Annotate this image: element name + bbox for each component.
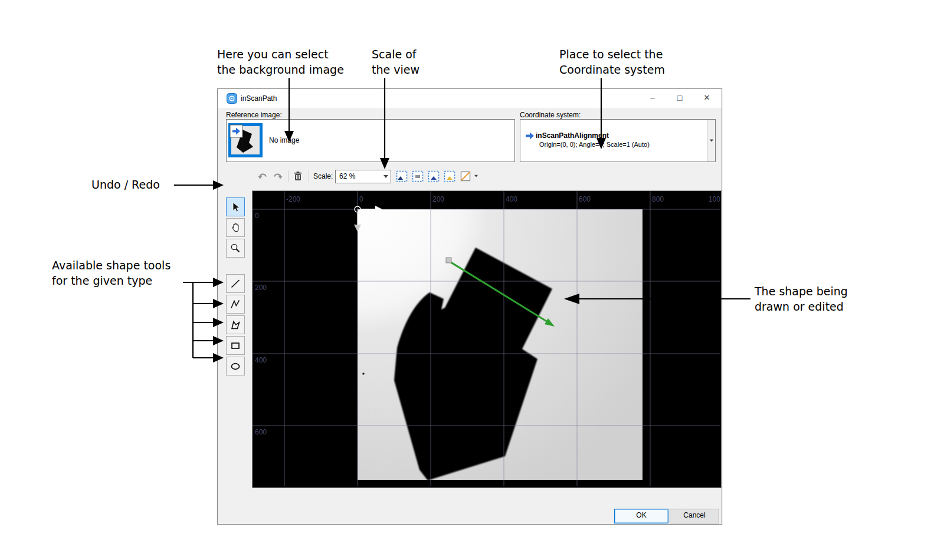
zoom-original-button[interactable] (411, 169, 425, 183)
ellipse-icon (230, 360, 241, 372)
coordinate-system-name: inScanPathAlignment (536, 131, 609, 140)
ok-button[interactable]: OK (614, 509, 668, 523)
svg-text:-200: -200 (286, 195, 300, 203)
polygon-icon (230, 319, 241, 331)
svg-text:0: 0 (255, 212, 259, 220)
delete-button[interactable] (291, 169, 305, 183)
tool-polygon-button[interactable] (226, 315, 245, 334)
reference-image-list[interactable]: No image (226, 119, 515, 162)
scale-label: Scale: (313, 172, 333, 180)
scale-value: 62 % (339, 172, 355, 180)
drawing-canvas[interactable]: -200 0 200 400 600 800 100 0 200 400 600 (252, 190, 722, 488)
coordinate-dropdown-strip[interactable] (707, 120, 715, 162)
svg-text:600: 600 (579, 195, 591, 203)
tool-ellipse-button[interactable] (226, 357, 245, 375)
reference-image-thumbnail[interactable] (228, 123, 263, 157)
close-icon[interactable]: ✕ (698, 89, 716, 107)
zoom-region-icon (444, 170, 455, 182)
tool-select-button[interactable] (226, 197, 245, 216)
svg-text:200: 200 (255, 284, 267, 292)
callout-shape: The shape being drawn or edited (755, 284, 848, 314)
chevron-down-icon (384, 175, 388, 178)
tool-line-button[interactable] (226, 274, 245, 293)
svg-text:200: 200 (432, 195, 444, 203)
tool-pan-button[interactable] (226, 218, 245, 237)
zoom-selection-button[interactable] (427, 169, 441, 183)
redo-button[interactable] (271, 169, 285, 183)
scale-combobox[interactable]: 62 % (335, 170, 391, 183)
no-background-icon (460, 170, 471, 182)
callout-background: Here you can select the background image (217, 47, 344, 77)
rectangle-icon (230, 340, 241, 351)
undo-button[interactable] (255, 169, 270, 183)
line-icon (230, 278, 241, 289)
svg-text:400: 400 (255, 356, 267, 364)
trash-icon (293, 171, 303, 182)
svg-text:800: 800 (652, 195, 664, 203)
hand-icon (230, 222, 241, 233)
view-toolbar: Scale: 62 % (218, 169, 722, 184)
callout-coordinate: Place to select the Coordinate system (559, 47, 665, 77)
svg-text:0: 0 (359, 195, 363, 203)
shape-start-handle[interactable] (446, 258, 451, 263)
background-photo (358, 209, 643, 480)
page: Here you can select the background image… (0, 0, 944, 560)
zoom-fit-icon (396, 170, 408, 182)
reference-item-label: No image (269, 136, 299, 144)
tool-rectangle-button[interactable] (226, 336, 245, 355)
magnifier-icon (230, 242, 241, 254)
undo-icon (257, 171, 268, 182)
title-bar[interactable]: inScanPath – □ ✕ (218, 89, 722, 108)
zoom-region-button[interactable] (442, 169, 457, 183)
maximize-icon[interactable]: □ (671, 89, 689, 107)
photo-speck (362, 373, 365, 375)
tool-zoom-button[interactable] (226, 239, 245, 258)
zoom-fit-button[interactable] (395, 169, 409, 183)
svg-text:100: 100 (709, 195, 720, 203)
callout-scale: Scale of the view (372, 47, 419, 77)
polyline-icon (230, 298, 241, 310)
inscanpath-dialog: inScanPath – □ ✕ Reference image: No ima… (217, 88, 722, 525)
callout-arrow-undo-redo (174, 180, 224, 190)
coordinate-system-details: Origin=(0, 0); Angle=0; Scale=1 (Auto) (539, 141, 650, 148)
app-icon (227, 93, 237, 104)
callout-undo-redo: Undo / Redo (91, 177, 160, 192)
coordinate-system-label: Coordinate system: (520, 111, 581, 119)
svg-text:600: 600 (255, 428, 267, 436)
zoom-original-icon (412, 170, 424, 182)
canvas-scene: -200 0 200 400 600 800 100 0 200 400 600 (253, 191, 720, 486)
cancel-button[interactable]: Cancel (670, 509, 719, 523)
svg-text:400: 400 (506, 195, 517, 203)
reference-image-label: Reference image: (226, 111, 282, 119)
coordinate-arrow-icon (525, 132, 535, 140)
callout-shape-tools: Available shape tools for the given type (52, 258, 171, 288)
background-options-dropdown[interactable] (474, 175, 478, 177)
reference-thumbnail-image (228, 123, 263, 157)
tool-polyline-button[interactable] (226, 295, 245, 314)
chevron-down-icon (709, 140, 713, 142)
coordinate-system-select[interactable]: inScanPathAlignment Origin=(0, 0); Angle… (520, 119, 716, 162)
cursor-icon (230, 201, 241, 213)
zoom-selection-icon (428, 170, 440, 182)
minimize-icon[interactable]: – (644, 89, 661, 107)
window-title: inScanPath (241, 94, 277, 103)
redo-icon (273, 171, 283, 182)
background-visibility-button[interactable] (458, 169, 473, 183)
